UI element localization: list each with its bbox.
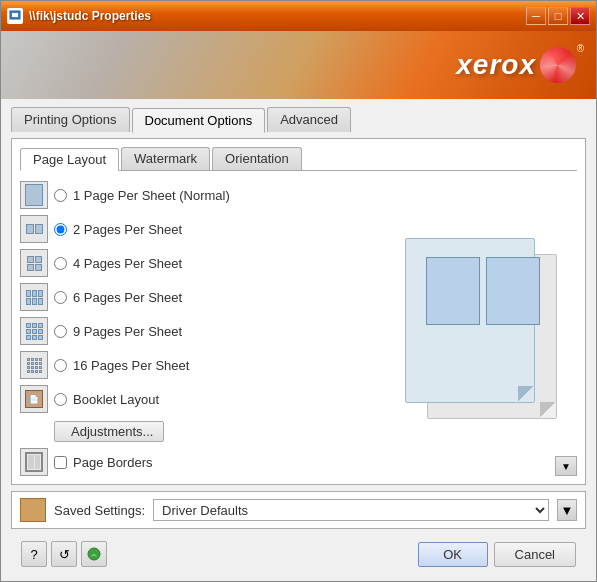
main-tabs: Printing Options Document Options Advanc… [11,107,586,132]
list-item: 4 Pages Per Sheet [20,249,382,277]
icon-booklet-graphic: 📄 [25,390,43,408]
label-booklet[interactable]: Booklet Layout [73,392,159,407]
icon-16pp [20,351,48,379]
radio-16pp[interactable] [54,359,67,372]
label-9pp[interactable]: 9 Pages Per Sheet [73,324,182,339]
help-button[interactable]: ? [21,541,47,567]
icon-9pp [20,317,48,345]
eco-icon [87,547,101,561]
footer-buttons: ? ↺ OK Cancel [11,535,586,573]
footer-left-buttons: ? ↺ [21,541,107,567]
xerox-swirl-decoration [540,47,576,83]
checkbox-page-borders[interactable] [54,456,67,469]
subtab-page-layout[interactable]: Page Layout [20,148,119,171]
label-16pp[interactable]: 16 Pages Per Sheet [73,358,189,373]
reset-button[interactable]: ↺ [51,541,77,567]
label-6pp[interactable]: 6 Pages Per Sheet [73,290,182,305]
preview-canvas [397,234,572,429]
tab-document-options[interactable]: Document Options [132,108,266,133]
svg-rect-1 [12,13,18,17]
radio-4pp[interactable] [54,257,67,270]
subtab-orientation[interactable]: Orientation [212,147,302,170]
dialog-content: Printing Options Document Options Advanc… [1,99,596,581]
saved-settings-dropdown-button[interactable]: ▼ [557,499,577,521]
radio-booklet[interactable] [54,393,67,406]
list-item: 9 Pages Per Sheet [20,317,382,345]
options-list: 1 Page Per Sheet (Normal) 2 Pages Per Sh… [20,177,382,476]
preview-front-page [405,238,535,403]
icon-1pp-inner [25,184,43,206]
icon-page-border [20,448,48,476]
maximize-button[interactable]: □ [548,7,568,25]
list-item: 1 Page Per Sheet (Normal) [20,181,382,209]
label-2pp[interactable]: 2 Pages Per Sheet [73,222,182,237]
tab-printing-options[interactable]: Printing Options [11,107,130,132]
subtab-watermark[interactable]: Watermark [121,147,210,170]
tab-panel: Page Layout Watermark Orientation [11,138,586,485]
ok-button[interactable]: OK [418,542,488,567]
icon-6pp [20,283,48,311]
title-buttons: ─ □ ✕ [526,7,590,25]
preview-area: ▼ [392,177,577,476]
icon-2pp-graphic [26,224,43,234]
window-title: \\fik\jstudc Properties [29,9,151,23]
eco-button[interactable] [81,541,107,567]
preview-sub-page-1 [426,257,480,325]
title-bar: \\fik\jstudc Properties ─ □ ✕ [1,1,596,31]
icon-border-graphic [25,452,43,472]
saved-settings-select[interactable]: Driver Defaults [153,499,549,521]
icon-6pp-graphic [26,290,43,305]
close-button[interactable]: ✕ [570,7,590,25]
preview-dropdown-area: ▼ [555,456,577,476]
icon-1pp [20,181,48,209]
icon-16pp-graphic [27,358,42,373]
icon-1pp-graphic [25,184,43,206]
xerox-ball [540,47,576,83]
list-item: 16 Pages Per Sheet [20,351,382,379]
preview-sub-page-2 [486,257,540,325]
tab-advanced[interactable]: Advanced [267,107,351,132]
icon-booklet: 📄 [20,385,48,413]
radio-1pp[interactable] [54,189,67,202]
radio-9pp[interactable] [54,325,67,338]
saved-settings-label: Saved Settings: [54,503,145,518]
brand-header: xerox [1,31,596,99]
radio-2pp[interactable] [54,223,67,236]
xerox-logo: xerox [456,47,576,83]
saved-settings-bar: Saved Settings: Driver Defaults ▼ [11,491,586,529]
adjustments-button[interactable]: Adjustments... [54,421,164,442]
page-borders-row: Page Borders [20,448,382,476]
label-page-borders[interactable]: Page Borders [73,455,153,470]
icon-9pp-graphic [26,323,43,340]
minimize-button[interactable]: ─ [526,7,546,25]
cancel-button[interactable]: Cancel [494,542,576,567]
preview-dropdown-button[interactable]: ▼ [555,456,577,476]
list-item: 2 Pages Per Sheet [20,215,382,243]
xerox-name: xerox [456,49,536,81]
saved-settings-icon [20,498,46,522]
layout-area: 1 Page Per Sheet (Normal) 2 Pages Per Sh… [20,177,577,476]
sub-tabs: Page Layout Watermark Orientation [20,147,577,171]
list-item: 6 Pages Per Sheet [20,283,382,311]
label-1pp[interactable]: 1 Page Per Sheet (Normal) [73,188,230,203]
footer-right-buttons: OK Cancel [418,542,576,567]
icon-2pp [20,215,48,243]
label-4pp[interactable]: 4 Pages Per Sheet [73,256,182,271]
radio-6pp[interactable] [54,291,67,304]
list-item: 📄 Booklet Layout [20,385,382,413]
icon-4pp-graphic [27,256,42,271]
icon-4pp [20,249,48,277]
main-window: \\fik\jstudc Properties ─ □ ✕ xerox Prin… [0,0,597,582]
window-icon [7,8,23,24]
